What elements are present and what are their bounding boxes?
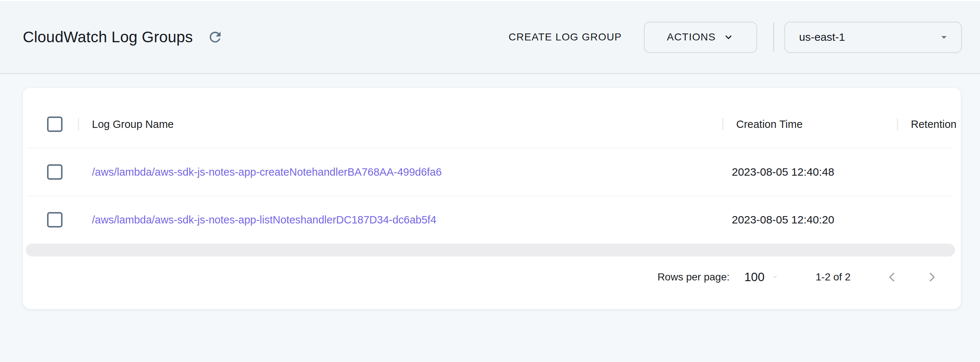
header-cell-creation-time: Creation Time xyxy=(722,118,897,130)
chevron-down-icon xyxy=(723,32,734,43)
actions-menu-button[interactable]: ACTIONS xyxy=(644,22,757,53)
caret-down-icon xyxy=(938,31,950,43)
rows-per-page-select[interactable]: 100 xyxy=(744,270,781,284)
horizontal-scrollbar-thumb[interactable] xyxy=(26,244,955,257)
page-body: Log Group Name Creation Time Retention /… xyxy=(0,74,980,309)
log-group-link[interactable]: /aws/lambda/aws-sdk-js-notes-app-createN… xyxy=(92,166,442,178)
create-log-group-button[interactable]: CREATE LOG GROUP xyxy=(509,31,622,43)
header-divider xyxy=(773,23,774,51)
table-header-row: Log Group Name Creation Time Retention xyxy=(23,100,961,148)
header-cell-log-group-name: Log Group Name xyxy=(78,118,722,130)
column-divider xyxy=(897,118,898,130)
log-groups-card: Log Group Name Creation Time Retention /… xyxy=(23,88,961,309)
column-divider xyxy=(722,118,723,130)
caret-down-icon xyxy=(770,272,781,283)
row-name-cell: /aws/lambda/aws-sdk-js-notes-app-listNot… xyxy=(78,214,722,226)
page-title: CloudWatch Log Groups xyxy=(23,28,193,46)
row-checkbox-cell xyxy=(23,212,78,227)
previous-page-button[interactable] xyxy=(884,269,900,285)
header-checkbox-cell xyxy=(23,116,78,132)
refresh-icon xyxy=(207,29,223,45)
table-row: /aws/lambda/aws-sdk-js-notes-app-listNot… xyxy=(23,196,961,244)
next-page-button[interactable] xyxy=(924,269,940,285)
horizontal-scrollbar-track[interactable] xyxy=(26,244,955,257)
actions-menu-label: ACTIONS xyxy=(667,31,716,43)
refresh-button[interactable] xyxy=(205,27,225,47)
pagination-bar: Rows per page: 100 1-2 of 2 xyxy=(23,262,961,292)
region-selector[interactable]: us-east-1 xyxy=(784,22,962,53)
pagination-range-label: 1-2 of 2 xyxy=(816,271,851,283)
region-selector-value: us-east-1 xyxy=(799,31,845,43)
chevron-right-icon xyxy=(925,270,940,284)
select-all-checkbox[interactable] xyxy=(47,116,62,132)
row-checkbox-cell xyxy=(23,164,78,180)
column-divider xyxy=(78,118,79,130)
row-creation-time-cell: 2023-08-05 12:40:48 xyxy=(722,166,897,178)
chevron-left-icon xyxy=(885,270,899,284)
row-checkbox[interactable] xyxy=(47,164,62,180)
log-group-link[interactable]: /aws/lambda/aws-sdk-js-notes-app-listNot… xyxy=(92,214,436,225)
row-checkbox[interactable] xyxy=(47,212,62,227)
header-cell-retention: Retention xyxy=(897,118,961,130)
app-header: CloudWatch Log Groups CREATE LOG GROUP A… xyxy=(0,0,980,74)
table-row: /aws/lambda/aws-sdk-js-notes-app-createN… xyxy=(23,148,961,196)
rows-per-page-label: Rows per page: xyxy=(657,271,730,283)
row-name-cell: /aws/lambda/aws-sdk-js-notes-app-createN… xyxy=(78,166,722,178)
header-actions: CREATE LOG GROUP ACTIONS us-east-1 xyxy=(509,22,962,53)
row-creation-time-cell: 2023-08-05 12:40:20 xyxy=(722,214,897,226)
rows-per-page-value: 100 xyxy=(744,270,765,284)
